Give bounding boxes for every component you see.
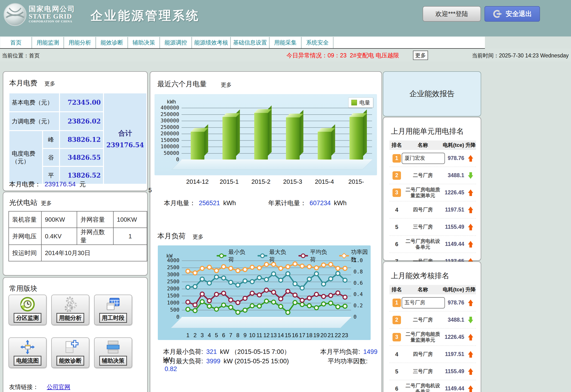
rank-number: 5 [389,224,404,230]
rank-badge: 3 [393,189,401,197]
load-chart-more-link[interactable]: 更多 [193,233,203,240]
logout-button[interactable]: 安全退出 [485,6,540,22]
legend-line-icon [257,255,267,257]
legend-ring-icon [301,253,305,258]
brand-company-en: STATE GRID [29,13,75,20]
modules-panel-title: 常用版块 [9,284,37,293]
module-btn-history-clock[interactable]: 分区监测 [8,295,47,325]
nav-tab-4[interactable]: 能效诊断 [96,37,128,48]
nav-tab-9[interactable]: 用能采集 [270,37,301,48]
pv-more-link[interactable]: 更多 [41,200,52,207]
page-title: 企业能源管理系统 [91,8,200,24]
avg-pf-label: 平均功率因数: [328,358,368,365]
ranking-name-input[interactable]: 厦门宏发 [402,153,445,164]
fee-more-link[interactable]: 更多 [44,80,55,87]
load-x-tick-label: 23 [340,332,350,339]
load-chart-title: 本月负荷 [157,231,186,241]
ranking-name: 四号厂房 [404,351,442,357]
ranking-value: 1155.49 [442,368,465,375]
ranking-rank-cell: 6 [389,241,404,247]
ranking-row: 4四号厂房1197.51 [389,202,476,218]
app-header: 国家电网公司 STATE GRID CORPORATION OF CHINA 企… [0,0,571,36]
module-label: 分区监测 [14,313,41,323]
pv-points-value: 1 [113,228,147,245]
fee-footer-unit: 元 [79,181,86,188]
bar-x-tick-label: 2015-2 [246,178,276,185]
module-btn-work-period[interactable]: 用工时段 [94,295,132,325]
alarm-more-button[interactable]: 更多 [413,51,428,60]
nav-tab-2[interactable]: 用能监测 [32,37,64,48]
common-modules-panel: 常用版块 分区监测用能分析用工时段电能流图能效诊断辅助决策 友情链接： 公司官网 [3,277,148,392]
ranking-value: 3488.1 [442,317,465,323]
nav-tab-7[interactable]: 能源绩效考核 [192,37,231,48]
work-period-icon [104,296,122,313]
ranking-rank-cell: 2 [389,171,404,180]
bar-gridline [182,121,372,121]
pv-voltage-value: 0.4KV [41,228,77,245]
load-stats-row2: 本月最大负荷: 3999 kW (2015-05-25 15:00) 平均功率因… [163,357,382,373]
nav-tab-5[interactable]: 辅助决策 [128,37,160,48]
decision-icon [104,339,122,356]
ranking-row: 3二号厂房电能质量监测单元1226.45 [389,329,476,346]
bar-y-tick-label: 250000 [155,124,179,130]
legend-line-icon [299,255,308,257]
nav-tab-1[interactable]: 首页 [0,37,32,48]
current-time-label: 当前时间： [472,52,499,58]
ranking-header-cell: 电耗(tce) [442,286,465,293]
state-grid-logo-icon [3,3,27,26]
ranking-value: 978.76 [442,155,465,161]
energy-report-button[interactable]: 企业能效报告 [383,71,481,116]
module-btn-power-flow[interactable]: 电能流图 [8,337,47,368]
legend-label: 电量 [359,99,370,106]
nav-tab-10[interactable]: 系统安全 [301,37,333,48]
trend-up-icon [465,241,476,247]
legend-line-icon [339,255,349,257]
fee-energy-label: 电度电费（元） [9,131,42,184]
trend-up-icon [465,155,476,162]
bar-chart-floor [171,160,372,170]
module-label: 用工时段 [99,313,127,323]
history-clock-icon [19,296,36,313]
company-site-link[interactable]: 公司官网 [47,384,70,390]
ranking-name: 二号厂房 [404,173,442,178]
avg-load-value: 1499 [363,348,377,355]
ranking-name-input[interactable]: 五号厂房 [402,297,445,308]
module-btn-decision[interactable]: 辅助决策 [94,337,132,368]
legend-label: 功率因数 [351,248,371,263]
bar-gridline [182,108,372,108]
brand-company-cn: 国家电网公司 [29,5,75,13]
bar-gridline [182,114,372,115]
min-load-unit: kW [220,348,229,355]
max-load-time: (2015-05-25 15:00) [234,358,289,365]
bar [254,113,268,160]
rank-badge: 1 [393,154,401,163]
fee-adjust-value: 23826.02 [60,112,103,130]
breadcrumb-label: 当前位置： [2,52,29,58]
rank-number: 4 [389,207,404,213]
legend-ring-icon [219,253,224,258]
energy-chart-more-link[interactable]: 更多 [221,81,232,88]
ranking-row: 6二号厂房电机设备单元1149.44 [389,236,476,253]
welcome-button[interactable]: 欢迎***登陆 [423,6,481,22]
welcome-label: 欢迎***登陆 [435,10,468,18]
module-btn-diagnosis[interactable]: 能效诊断 [51,337,89,368]
trend-up-icon [465,207,476,213]
bar [286,117,300,160]
ranking-row: 2二号厂房3488.1 [389,312,476,329]
ranking-value: 1197.51 [442,351,465,357]
nav-tab-6[interactable]: 能源调控 [160,37,192,48]
fee-total-value: 239176.54 [106,141,144,149]
ranking-row: 5三号厂房1155.49 [389,218,476,236]
ranking-value: 1149.44 [442,241,465,247]
ranking-rank-cell: 3 [389,189,404,197]
ranking-name: 二号厂房 [404,317,442,323]
ranking-row: 2二号厂房3488.1 [389,167,476,184]
nav-tab-3[interactable]: 用能分析 [64,37,96,48]
module-btn-gears[interactable]: 用能分析 [51,295,89,325]
nav-tab-8[interactable]: 基础信息设置 [231,37,270,48]
fee-peak-label: 峰 [43,131,59,148]
trend-down-icon [465,172,476,179]
legend-diamond-icon [341,253,347,259]
main-nav: 首页用能监测用能分析能效诊断辅助决策能源调控能源绩效考核基础信息设置用能采集系统… [0,36,485,49]
ranking-row: 4四号厂房1197.51 [389,346,476,363]
